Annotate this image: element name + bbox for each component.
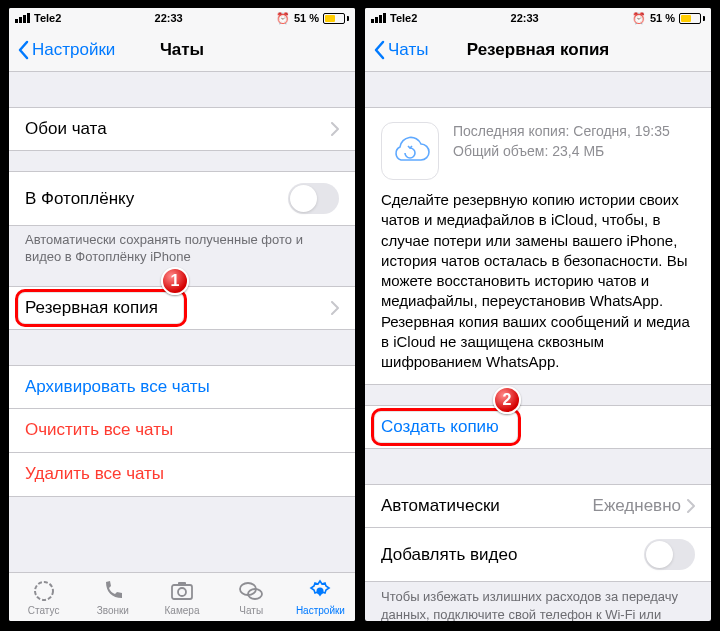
status-bar: Tele2 22:33 ⏰ 51 %: [9, 8, 355, 28]
svg-point-2: [178, 588, 186, 596]
clear-all-chats-row[interactable]: Очистить все чаты: [9, 409, 355, 453]
tab-chats[interactable]: Чаты: [217, 573, 286, 621]
auto-backup-row[interactable]: Автоматически Ежедневно: [365, 484, 711, 528]
chat-backup-screen: Tele2 22:33 ⏰ 51 % Чаты Резервная копия: [363, 6, 713, 623]
save-to-camera-roll-row[interactable]: В Фотоплёнку: [9, 171, 355, 226]
annotation-badge-2: 2: [493, 386, 521, 414]
archive-all-chats-row[interactable]: Архивировать все чаты: [9, 365, 355, 409]
save-to-roll-switch[interactable]: [288, 183, 339, 214]
cell-label: Обои чата: [25, 119, 331, 139]
nav-bar: Чаты Резервная копия: [365, 28, 711, 72]
chat-backup-row[interactable]: Резервная копия 1: [9, 286, 355, 330]
svg-rect-3: [178, 582, 186, 586]
cell-label: Очистить все чаты: [25, 420, 339, 440]
back-label: Настройки: [32, 40, 115, 60]
cell-label: Автоматически: [381, 496, 593, 516]
backup-description: Сделайте резервную копию истории своих ч…: [365, 190, 711, 384]
delete-all-chats-row[interactable]: Удалить все чаты: [9, 453, 355, 497]
camera-icon: [169, 578, 195, 604]
phone-icon: [100, 578, 126, 604]
cell-label: Создать копию: [381, 417, 695, 437]
svg-point-6: [317, 588, 324, 595]
alarm-icon: ⏰: [632, 12, 646, 25]
tab-camera[interactable]: Камера: [147, 573, 216, 621]
cellular-note: Чтобы избежать излишних расходов за пере…: [365, 582, 711, 621]
cell-label: Резервная копия: [25, 298, 331, 318]
backup-now-button[interactable]: Создать копию 2: [365, 405, 711, 449]
include-videos-switch[interactable]: [644, 539, 695, 570]
chevron-left-icon: [373, 40, 385, 60]
content: Обои чата В Фотоплёнку Автоматически сох…: [9, 72, 355, 572]
last-backup-label: Последняя копия: Сегодня, 19:35: [453, 122, 670, 142]
nav-bar: Настройки Чаты: [9, 28, 355, 72]
signal-icon: [371, 13, 386, 23]
tab-settings[interactable]: Настройки: [286, 573, 355, 621]
clock: 22:33: [511, 12, 539, 24]
alarm-icon: ⏰: [276, 12, 290, 25]
status-icon: [31, 578, 57, 604]
tab-status[interactable]: Статус: [9, 573, 78, 621]
tab-label: Статус: [28, 605, 60, 616]
chat-wallpaper-row[interactable]: Обои чата: [9, 107, 355, 151]
backup-summary: Последняя копия: Сегодня, 19:35 Общий об…: [365, 108, 711, 190]
camera-roll-note: Автоматически сохранять полученные фото …: [9, 226, 355, 266]
chevron-left-icon: [17, 40, 29, 60]
tab-label: Чаты: [239, 605, 263, 616]
chevron-right-icon: [331, 122, 339, 136]
clock: 22:33: [155, 12, 183, 24]
back-label: Чаты: [388, 40, 428, 60]
battery-icon: [679, 13, 705, 24]
back-button[interactable]: Настройки: [17, 40, 115, 60]
chevron-right-icon: [687, 499, 695, 513]
carrier-label: Tele2: [390, 12, 417, 24]
content: Последняя копия: Сегодня, 19:35 Общий об…: [365, 72, 711, 621]
tab-calls[interactable]: Звонки: [78, 573, 147, 621]
cloud-backup-icon: [381, 122, 439, 180]
carrier-label: Tele2: [34, 12, 61, 24]
cell-label: Удалить все чаты: [25, 464, 339, 484]
cell-label: В Фотоплёнку: [25, 189, 288, 209]
gear-icon: [307, 578, 333, 604]
tab-label: Камера: [165, 605, 200, 616]
cell-label: Добавлять видео: [381, 545, 644, 565]
battery-icon: [323, 13, 349, 24]
include-videos-row[interactable]: Добавлять видео: [365, 528, 711, 582]
status-bar: Tele2 22:33 ⏰ 51 %: [365, 8, 711, 28]
cell-label: Архивировать все чаты: [25, 377, 339, 397]
chevron-right-icon: [331, 301, 339, 315]
tab-label: Звонки: [97, 605, 129, 616]
chats-settings-screen: Tele2 22:33 ⏰ 51 % Настройки Чаты Обои ч…: [7, 6, 357, 623]
svg-rect-1: [172, 585, 192, 599]
svg-point-0: [35, 582, 53, 600]
tab-bar: Статус Звонки Камера Чаты Настройки: [9, 572, 355, 621]
tab-label: Настройки: [296, 605, 345, 616]
battery-pct: 51 %: [650, 12, 675, 24]
signal-icon: [15, 13, 30, 23]
backup-size-label: Общий объем: 23,4 МБ: [453, 142, 670, 162]
back-button[interactable]: Чаты: [373, 40, 428, 60]
battery-pct: 51 %: [294, 12, 319, 24]
chats-icon: [238, 578, 264, 604]
annotation-badge-1: 1: [161, 267, 189, 295]
auto-backup-value: Ежедневно: [593, 496, 681, 516]
